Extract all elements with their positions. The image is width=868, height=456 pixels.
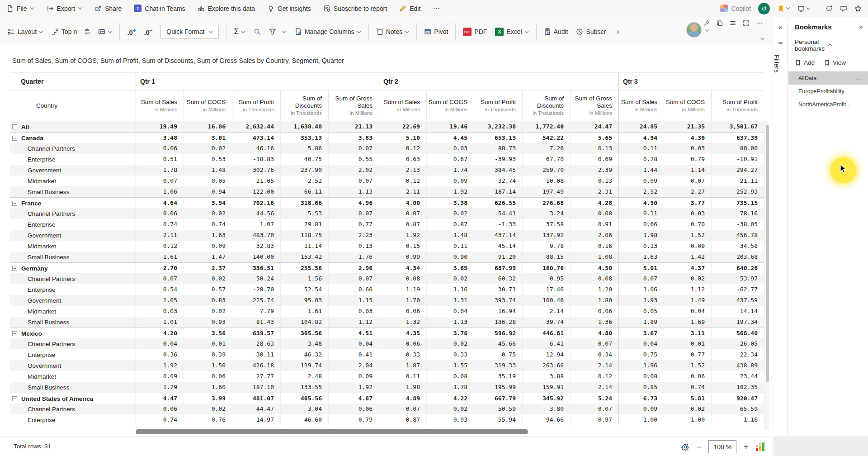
matrix-cell[interactable]: 0.74	[136, 414, 184, 425]
decrease-decimals-button[interactable]: .0−	[144, 28, 152, 36]
matrix-cell[interactable]: 1.96	[618, 360, 664, 371]
matrix-cell[interactable]: 920.47	[711, 393, 764, 404]
column-header-qtr-1-sum-of-discounts[interactable]: Sum of Discountsin Thousands	[280, 90, 328, 121]
matrix-cell[interactable]: 1.89	[618, 317, 664, 328]
matrix-cell[interactable]: 637.39	[711, 133, 764, 143]
matrix-cell[interactable]: 4.37	[664, 263, 711, 274]
matrix-cell[interactable]: 0.07	[328, 208, 379, 219]
row-label-midmarket[interactable]: Midmarket	[10, 176, 136, 186]
bookmark-more-button[interactable]: …	[857, 75, 863, 81]
row-label-france[interactable]: France	[10, 198, 136, 209]
matrix-cell[interactable]: 50.24	[232, 273, 280, 284]
bookmark-item-europeprofitability[interactable]: EuropeProfitability	[788, 85, 868, 98]
matrix-cell[interactable]: 1.87	[379, 360, 426, 371]
matrix-cell[interactable]: 302.76	[232, 165, 280, 176]
matrix-cell[interactable]: 1.98	[618, 230, 664, 241]
matrix-cell[interactable]: 160.76	[522, 263, 570, 274]
matrix-cell[interactable]: 2.06	[570, 230, 618, 241]
matrix-cell[interactable]: 1.92	[426, 186, 474, 197]
matrix-cell[interactable]: 0.74	[136, 219, 184, 230]
matrix-cell[interactable]: 0.02	[184, 404, 232, 414]
matrix-cell[interactable]: 29.81	[280, 219, 328, 230]
column-header-qtr-1-sum-of-profit[interactable]: Sum of Profitin Thousands	[232, 90, 280, 121]
vertical-scrollbar-thumb[interactable]	[766, 125, 769, 382]
matrix-cell[interactable]: 438.89	[711, 360, 764, 371]
matrix-cell[interactable]: 0.95	[522, 273, 570, 284]
matrix-cell[interactable]: 0.39	[184, 349, 232, 360]
matrix-cell[interactable]: 2.14	[570, 360, 618, 371]
matrix-cell[interactable]: 437.14	[474, 230, 522, 241]
matrix-cell[interactable]: 0.93	[184, 317, 232, 328]
matrix-cell[interactable]: 0.78	[618, 154, 664, 165]
matrix-cell[interactable]: 118.75	[280, 230, 328, 241]
star-icon[interactable]	[854, 5, 862, 12]
collapse-minus-icon[interactable]	[12, 331, 17, 336]
matrix-cell[interactable]: 35.19	[474, 371, 522, 382]
matrix-cell[interactable]: 225.74	[232, 295, 280, 306]
row-label-channel-partners[interactable]: Channel Partners	[10, 338, 136, 349]
matrix-cell[interactable]: 2.52	[618, 186, 664, 197]
increase-decimals-button[interactable]: .0+	[127, 28, 136, 36]
matrix-cell[interactable]: 0.34	[570, 349, 618, 360]
matrix-cell[interactable]: 0.05	[184, 176, 232, 186]
matrix-cell[interactable]: 2.96	[328, 263, 379, 274]
row-label-enterprise[interactable]: Enterprise	[10, 349, 136, 360]
matrix-cell[interactable]: 1.14	[664, 165, 711, 176]
matrix-cell[interactable]: 122.00	[232, 186, 280, 197]
matrix-cell[interactable]: 0.07	[379, 404, 426, 414]
matrix-cell[interactable]: 6.41	[522, 338, 570, 349]
matrix-cell[interactable]: 159.91	[522, 382, 570, 393]
matrix-cell[interactable]: 626.55	[474, 198, 522, 209]
matrix-cell[interactable]: 0.08	[618, 371, 664, 382]
matrix-cell[interactable]: 0.09	[184, 241, 232, 252]
matrix-cell[interactable]: 0.13	[618, 241, 664, 252]
matrix-cell[interactable]: 67.70	[522, 154, 570, 165]
matrix-cell[interactable]: 702.16	[232, 198, 280, 209]
matrix-cell[interactable]: 1.79	[136, 382, 184, 393]
matrix-cell[interactable]: 1.98	[379, 382, 426, 393]
matrix-cell[interactable]: 2.13	[379, 165, 426, 176]
matrix-cell[interactable]: 44.47	[232, 404, 280, 414]
matrix-cell[interactable]: 2.52	[280, 176, 328, 186]
matrix-cell[interactable]: 3.38	[426, 198, 474, 209]
matrix-cell[interactable]: 5.86	[280, 143, 328, 154]
matrix-cell[interactable]: -1.33	[474, 219, 522, 230]
matrix-cell[interactable]: 16.94	[474, 306, 522, 317]
matrix-cell[interactable]: 1.05	[136, 295, 184, 306]
matrix-cell[interactable]: -55.94	[474, 414, 522, 425]
zoom-level-box[interactable]: 100 %	[708, 440, 736, 453]
matrix-cell[interactable]: 0.07	[328, 273, 379, 284]
matrix-cell[interactable]: 0.12	[570, 371, 618, 382]
matrix-cell[interactable]: 4.28	[570, 198, 618, 209]
matrix-cell[interactable]: -14.97	[232, 414, 280, 425]
matrix-cell[interactable]: 0.07	[328, 143, 379, 154]
quarter-header-qtr-2[interactable]: Qtr 2	[379, 73, 618, 90]
matrix-cell[interactable]: 0.07	[379, 208, 426, 219]
matrix-cell[interactable]: 91.20	[474, 252, 522, 262]
matrix-cell[interactable]: 65.59	[711, 404, 764, 414]
matrix-cell[interactable]: 1.76	[328, 252, 379, 262]
matrix-cell[interactable]: 353.13	[280, 133, 328, 143]
matrix-cell[interactable]: 667.79	[474, 393, 522, 404]
matrix-cell[interactable]: 1.63	[618, 252, 664, 262]
matrix-cell[interactable]: 0.09	[328, 371, 379, 382]
matrix-cell[interactable]: 0.09	[618, 404, 664, 414]
matrix-cell[interactable]: 0.02	[184, 143, 232, 154]
matrix-cell[interactable]: 0.13	[328, 241, 379, 252]
toolbar-overflow-next-button[interactable]: ›	[612, 24, 624, 40]
matrix-cell[interactable]: 3.48	[136, 133, 184, 143]
matrix-cell[interactable]: 1.49	[664, 295, 711, 306]
matrix-cell[interactable]: 1.15	[328, 295, 379, 306]
matrix-cell[interactable]: 345.92	[522, 393, 570, 404]
matrix-cell[interactable]: 4.51	[328, 328, 379, 339]
matrix-cell[interactable]: 3.11	[664, 328, 711, 339]
matrix-cell[interactable]: 78.16	[711, 208, 764, 219]
matrix-cell[interactable]: 0.75	[618, 349, 664, 360]
matrix-cell[interactable]: 19.46	[426, 121, 474, 132]
add-bookmark-button[interactable]: Add	[795, 59, 815, 66]
matrix-cell[interactable]: 0.08	[426, 371, 474, 382]
matrix-cell[interactable]: 0.09	[136, 371, 184, 382]
matrix-cell[interactable]: 653.13	[474, 133, 522, 143]
row-label-government[interactable]: Government	[10, 360, 136, 371]
matrix-cell[interactable]: 2.23	[328, 230, 379, 241]
